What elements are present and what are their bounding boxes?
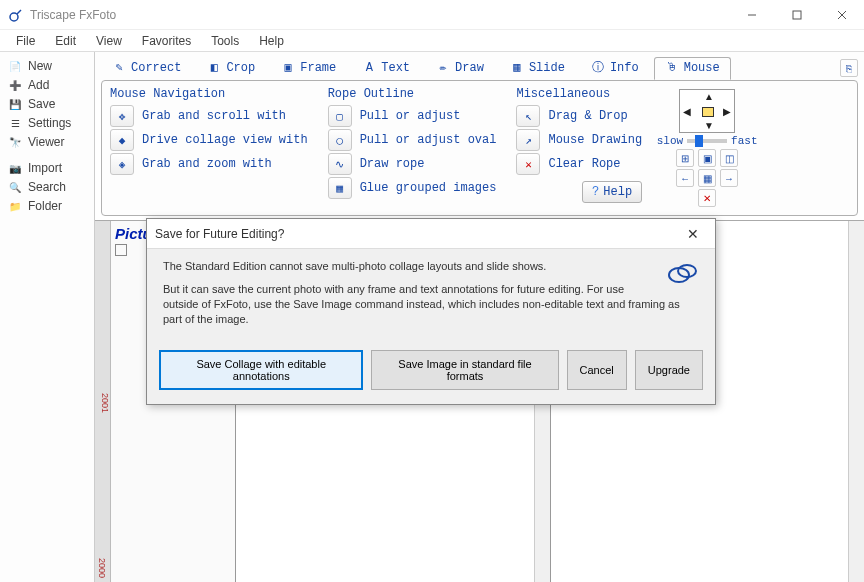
arrow-right-icon: ▶ <box>723 106 731 117</box>
menu-file[interactable]: File <box>6 32 45 50</box>
year-bar[interactable]: 2001 <box>95 221 111 582</box>
tab-text[interactable]: AText <box>351 57 421 80</box>
new-button[interactable]: 📄New <box>2 57 92 75</box>
import-label: Import <box>28 161 62 175</box>
draw-rope-label: Draw rope <box>360 157 425 171</box>
arrow-down-icon: ▼ <box>704 120 714 131</box>
info-icon: ⓘ <box>591 61 605 75</box>
svg-rect-2 <box>793 11 801 19</box>
add-icon: ➕ <box>6 78 24 92</box>
year-bottom: 2000 <box>97 558 107 578</box>
glue-button[interactable]: ▦ <box>328 177 352 199</box>
nav-grid-button[interactable]: ▦ <box>698 169 716 187</box>
nav-pad[interactable]: ▲ ▼ ◀ ▶ <box>679 89 735 133</box>
pull-adjust-button[interactable]: ▢ <box>328 105 352 127</box>
nav-pad-center <box>702 107 714 117</box>
folder-button[interactable]: 📁Folder <box>2 197 92 215</box>
maximize-button[interactable] <box>774 0 819 30</box>
cancel-button[interactable]: Cancel <box>567 350 627 390</box>
dialog-icon <box>665 259 699 287</box>
window-title: Triscape FxFoto <box>30 8 729 22</box>
pictures-checkbox[interactable] <box>115 244 127 256</box>
save-dialog: Save for Future Editing? ✕ The Standard … <box>146 218 716 405</box>
tab-crop[interactable]: ◧Crop <box>196 57 266 80</box>
left-toolbar: 📄New ➕Add 💾Save ☰Settings 🔭Viewer 📷Impor… <box>0 52 95 582</box>
minimize-button[interactable] <box>729 0 774 30</box>
menu-view[interactable]: View <box>86 32 132 50</box>
grab-zoom-label: Grab and zoom with <box>142 157 272 171</box>
tab-info[interactable]: ⓘInfo <box>580 57 650 80</box>
grab-scroll-button[interactable]: ✥ <box>110 105 134 127</box>
save-button[interactable]: 💾Save <box>2 95 92 113</box>
mouse-drawing-label: Mouse Drawing <box>548 133 642 147</box>
nav-right-button[interactable]: → <box>720 169 738 187</box>
svg-point-0 <box>10 13 18 21</box>
group-misc: Miscellaneous ↖Drag & Drop ↗Mouse Drawin… <box>516 87 642 209</box>
import-icon: 📷 <box>6 161 24 175</box>
pull-oval-button[interactable]: ◯ <box>328 129 352 151</box>
draw-icon: ✏ <box>436 61 450 75</box>
settings-button[interactable]: ☰Settings <box>2 114 92 132</box>
tab-frame[interactable]: ▣Frame <box>270 57 347 80</box>
add-label: Add <box>28 78 49 92</box>
slow-label: slow <box>657 135 683 147</box>
mouse-panel: Mouse Navigation ✥Grab and scroll with ◆… <box>101 80 858 216</box>
nav-left-button[interactable]: ← <box>676 169 694 187</box>
add-button[interactable]: ➕Add <box>2 76 92 94</box>
menu-tools[interactable]: Tools <box>201 32 249 50</box>
save-icon: 💾 <box>6 97 24 111</box>
fast-label: fast <box>731 135 757 147</box>
menu-help[interactable]: Help <box>249 32 294 50</box>
dialog-close-button[interactable]: ✕ <box>679 222 707 246</box>
search-icon: 🔍 <box>6 180 24 194</box>
nav-opt3-button[interactable]: ◫ <box>720 149 738 167</box>
speed-slider[interactable]: slow fast <box>657 135 758 147</box>
dialog-text-2: But it can save the current photo with a… <box>163 282 699 327</box>
import-button[interactable]: 📷Import <box>2 159 92 177</box>
help-icon: ? <box>592 185 599 199</box>
viewer-button[interactable]: 🔭Viewer <box>2 133 92 151</box>
tab-row: ✎Correct ◧Crop ▣Frame AText ✏Draw ▦Slide… <box>95 52 864 80</box>
tab-draw[interactable]: ✏Draw <box>425 57 495 80</box>
upgrade-button[interactable]: Upgrade <box>635 350 703 390</box>
dragdrop-label: Drag & Drop <box>548 109 627 123</box>
app-icon <box>8 7 24 23</box>
save-collage-button[interactable]: Save Collage with editable annotations <box>159 350 363 390</box>
nav-opt2-button[interactable]: ▣ <box>698 149 716 167</box>
group-navigation-title: Mouse Navigation <box>110 87 308 101</box>
drive-collage-label: Drive collage view with <box>142 133 308 147</box>
dialog-title: Save for Future Editing? <box>155 227 284 241</box>
tab-correct[interactable]: ✎Correct <box>101 57 192 80</box>
nav-x-button[interactable]: ✕ <box>698 189 716 207</box>
pull-adjust-label: Pull or adjust <box>360 109 461 123</box>
group-navigation: Mouse Navigation ✥Grab and scroll with ◆… <box>110 87 308 209</box>
new-icon: 📄 <box>6 59 24 73</box>
menubar: File Edit View Favorites Tools Help <box>0 30 864 52</box>
tab-slide[interactable]: ▦Slide <box>499 57 576 80</box>
scrollbar-right[interactable] <box>848 221 864 582</box>
grab-zoom-button[interactable]: ◈ <box>110 153 134 175</box>
viewer-icon: 🔭 <box>6 135 24 149</box>
clear-rope-label: Clear Rope <box>548 157 620 171</box>
dragdrop-button[interactable]: ↖ <box>516 105 540 127</box>
crop-icon: ◧ <box>207 61 221 75</box>
clear-rope-button[interactable]: ✕ <box>516 153 540 175</box>
menu-favorites[interactable]: Favorites <box>132 32 201 50</box>
nav-opt1-button[interactable]: ⊞ <box>676 149 694 167</box>
help-button[interactable]: ?Help <box>582 181 642 203</box>
folder-label: Folder <box>28 199 62 213</box>
save-image-button[interactable]: Save Image in standard file formats <box>371 350 558 390</box>
tab-mouse[interactable]: 🖰Mouse <box>654 57 731 80</box>
mouse-drawing-button[interactable]: ↗ <box>516 129 540 151</box>
copy-icon-button[interactable]: ⎘ <box>840 59 858 77</box>
close-button[interactable] <box>819 0 864 30</box>
draw-rope-button[interactable]: ∿ <box>328 153 352 175</box>
group-rope: Rope Outline ▢Pull or adjust ◯Pull or ad… <box>328 87 497 209</box>
drive-collage-button[interactable]: ◆ <box>110 129 134 151</box>
search-button[interactable]: 🔍Search <box>2 178 92 196</box>
frame-icon: ▣ <box>281 61 295 75</box>
pull-oval-label: Pull or adjust oval <box>360 133 497 147</box>
menu-edit[interactable]: Edit <box>45 32 86 50</box>
arrow-left-icon: ◀ <box>683 106 691 117</box>
grab-scroll-label: Grab and scroll with <box>142 109 286 123</box>
